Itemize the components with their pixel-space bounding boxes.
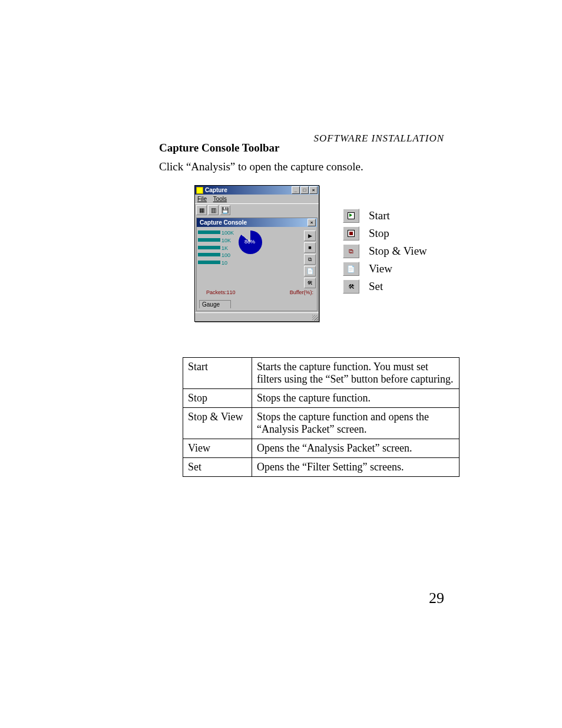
gauge-tab[interactable]: Gauge — [199, 300, 231, 308]
cell-name: View — [183, 439, 252, 458]
cell-name: Start — [183, 358, 252, 389]
legend-set-icon: 🛠 — [343, 279, 359, 294]
intro-paragraph: Click “Analysis” to open the capture con… — [159, 160, 491, 173]
legend-stopview-label: Stop & View — [369, 245, 427, 258]
cell-desc: Stops the capture function and opens the… — [252, 408, 459, 439]
table-row: SetOpens the “Filter Setting” screens. — [183, 458, 459, 477]
panel-close-button[interactable]: × — [308, 219, 316, 226]
resize-grip-icon[interactable] — [312, 315, 318, 321]
table-row: StartStarts the capture function. You mu… — [183, 358, 459, 389]
legend-stop-icon — [343, 226, 359, 241]
toolbar-button-2[interactable]: ▥ — [208, 205, 219, 215]
minimize-button[interactable]: _ — [292, 186, 300, 194]
buffer-pie: 86% — [239, 230, 262, 254]
menubar: File Tools — [195, 195, 319, 203]
toolbar-button-1[interactable]: ▦ — [196, 205, 207, 215]
legend-view-icon: 📄 — [343, 262, 359, 276]
capture-window: Capture _ □ × File Tools ▦ ▥ 💾 Capture C… — [194, 185, 319, 322]
cell-name: Stop & View — [183, 408, 252, 439]
page-number: 29 — [429, 589, 444, 607]
legend-set-label: Set — [369, 280, 383, 293]
toolbar-legend: Start Stop ⧉ Stop & View 📄 View 🛠 Set — [343, 209, 427, 294]
table-row: ViewOpens the “Analysis Packet” screen. — [183, 439, 459, 458]
table-row: Stop & ViewStops the capture function an… — [183, 408, 459, 439]
table-row: StopStops the capture function. — [183, 389, 459, 408]
outer-toolbar: ▦ ▥ 💾 — [195, 203, 319, 216]
console-stopview-button[interactable]: ⧉ — [304, 254, 316, 265]
maximize-button[interactable]: □ — [300, 186, 309, 194]
legend-view-label: View — [369, 262, 392, 275]
legend-start-label: Start — [369, 209, 390, 222]
legend-stopview-icon: ⧉ — [343, 244, 359, 258]
gauge-bars — [198, 230, 220, 266]
console-side-toolbar: ▶ ■ ⧉ 📄 🛠 — [304, 230, 316, 288]
gauge-ticks: 100K 10K 1K 100 10 — [222, 230, 234, 266]
console-set-button[interactable]: 🛠 — [304, 278, 316, 288]
buffer-label: Buffer(%): — [290, 289, 313, 295]
menu-file[interactable]: File — [197, 196, 207, 202]
description-table: StartStarts the capture function. You mu… — [183, 357, 459, 477]
cell-name: Stop — [183, 389, 252, 408]
packets-label: Packets:110 — [206, 289, 236, 295]
cell-name: Set — [183, 458, 252, 477]
legend-stop-label: Stop — [369, 227, 389, 240]
cell-desc: Stops the capture function. — [252, 389, 459, 408]
stats-row: Packets:110 Buffer(%): — [197, 289, 317, 298]
statusbar — [195, 312, 319, 321]
cell-desc: Starts the capture function. You must se… — [252, 358, 459, 389]
toolbar-button-3[interactable]: 💾 — [220, 205, 230, 215]
close-button[interactable]: × — [309, 186, 318, 194]
running-head: SOFTWARE INSTALLATION — [314, 133, 444, 144]
app-icon — [196, 187, 203, 194]
pie-percent-label: 86% — [244, 239, 255, 245]
console-view-button[interactable]: 📄 — [304, 266, 316, 276]
cell-desc: Opens the “Analysis Packet” screen. — [252, 439, 459, 458]
console-stop-button[interactable]: ■ — [304, 242, 316, 253]
panel-title: Capture Console — [200, 219, 247, 226]
capture-console-panel: Capture Console × 100K 10K 1K 100 — [196, 218, 318, 311]
console-start-button[interactable]: ▶ — [304, 230, 316, 241]
menu-tools[interactable]: Tools — [213, 196, 227, 202]
cell-desc: Opens the “Filter Setting” screens. — [252, 458, 459, 477]
window-title: Capture — [205, 187, 227, 193]
titlebar: Capture _ □ × — [195, 186, 319, 195]
legend-start-icon — [343, 209, 359, 223]
